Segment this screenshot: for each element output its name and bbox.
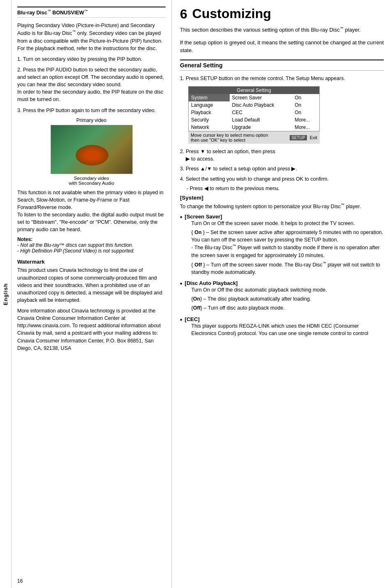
screen-saver-bullet: • [Screen Saver] Turn On or Off the scre… [180,214,384,278]
table-footer-controls: SETUP Exit [290,135,317,140]
right-column: 6 Customizing This section describes the… [172,0,392,588]
function-unavailable: This function is not available when the … [17,189,166,234]
table-row: System Screen Saver On [189,94,320,101]
watermark-text-1: This product uses Cinavia technology to … [17,266,166,304]
video-image [51,125,133,174]
chapter-intro-2: If the setup option is greyed out, it me… [180,39,384,55]
table-cell-on1: On [292,94,319,101]
disc-auto-on: {On} – The disc playback automatically a… [191,295,327,303]
cec-desc: This player supports REGZA-LINK which us… [191,322,384,337]
screen-saver-off: { Off } – Turn off the screen saver mode… [191,261,384,276]
chapter-intro-1: This section describes the various setti… [180,26,384,34]
step-1-text: 1. Press SETUP button on the remote cont… [180,76,345,81]
disc-auto-off: {Off} – Turn off disc auto playback mode… [191,304,327,312]
table-row: Playback CEC On [189,109,320,116]
left-column: Blu-ray Disc™ BONUSVIEW™ Playing Seconda… [12,0,172,588]
screen-saver-body: Turn On or Off the screen saver mode. It… [191,220,384,276]
bullet-dot-3: • [180,317,182,323]
sidebar: English [0,0,12,588]
bullet-dot-2: • [180,280,182,287]
watermark-text-2: More information about Cinavia technolog… [17,307,166,352]
table-cell-language: Language [189,101,230,109]
left-step3: 3. Press the PIP button again to turn of… [17,107,166,114]
general-setting-table-wrapper: General Setting System Screen Saver On L… [188,86,320,144]
cec-body: This player supports REGZA-LINK which us… [191,322,384,337]
notes-section: Notes: - Not all the Blu-ray™ discs can … [17,237,166,254]
table-cell-screensaver: Screen Saver [230,94,293,101]
cec-title: [CEC] [185,316,200,322]
step-2: 2. Press ▼ to select an option, then pre… [180,148,384,163]
chapter-header: 6 Customizing [180,7,384,23]
step-3: 3. Press ▲/▼ to select a setup option an… [180,165,384,172]
disc-auto-desc: Turn On or Off the disc automatic playba… [191,286,327,294]
table-row: Security Load Default More... [189,116,320,124]
cec-bullet: • [CEC] This player supports REGZA-LINK … [180,316,384,339]
disc-auto-title: [Disc Auto Playback] [185,280,238,286]
disc-auto-body: Turn On or Off the disc automatic playba… [191,286,327,312]
step-4-sub: - Press ◀ to return to the previous menu… [187,185,384,191]
general-setting-heading: General Setting [180,62,384,71]
bluray-disc-label: Blu-ray Disc™ BONUSVIEW™ [17,10,88,16]
screen-saver-on: { On } – Set the screen saver active aft… [191,229,384,259]
secondary-video-label: Secondary videowith Secondary Audio [17,176,166,186]
note-2: - High Definition PIP (Second Video) is … [17,248,135,254]
table-footer: Move cursor key to select menu optionthe… [188,131,320,144]
system-heading: [System] [180,195,384,201]
table-cell-more2: More... [292,124,319,131]
table-row: Language Disc Auto Playback On [189,101,320,109]
screen-saver-desc: Turn On or Off the screen saver mode. It… [191,220,384,227]
step-1: 1. Press SETUP button on the remote cont… [180,75,384,82]
screen-saver-content: [Screen Saver] Turn On or Off the screen… [185,214,384,278]
cec-content: [CEC] This player supports REGZA-LINK wh… [185,316,384,339]
table-cell-cec: CEC [230,109,293,116]
table-cell-system: System [189,94,230,101]
primary-video-label: Primary video [17,117,166,123]
table-cell-playback: Playback [189,109,230,116]
note-1: - Not all the Blu-ray™ discs can support… [17,242,133,248]
notes-title: Notes: [17,237,32,242]
step-4: 4. Select the setting you wish to change… [180,175,384,183]
table-footer-text: Move cursor key to select menu optionthe… [191,133,268,142]
table-cell-on3: On [292,109,319,116]
table-cell-loaddefault: Load Default [230,116,293,124]
left-step1: 1. Turn on secondary video by pressing t… [17,55,166,63]
general-setting-table: General Setting System Screen Saver On L… [188,86,320,131]
table-cell-more1: More... [292,116,319,124]
left-intro-p1: Playing Secondary Video (Picture-in-Pict… [17,22,166,52]
section-divider-1 [180,60,384,60]
disc-auto-bullet: • [Disc Auto Playback] Turn On or Off th… [180,280,384,313]
table-cell-discauto: Disc Auto Playback [230,101,293,109]
page-number: 16 [17,578,23,584]
sidebar-label: English [2,283,9,305]
table-title: General Setting [189,87,320,94]
bullet-dot-1: • [180,214,182,220]
left-step2: 2. Press the PIP AUDIO button to select … [17,66,166,103]
table-cell-security: Security [189,116,230,124]
system-intro: To change the following system option to… [180,202,384,210]
table-cell-on2: On [292,101,319,109]
screen-saver-title: [Screen Saver] [185,214,222,220]
watermark-heading: Watermark [17,259,166,265]
table-row: Network Upgrade More... [189,124,320,131]
chapter-title: Customizing [192,7,271,21]
table-cell-network: Network [189,124,230,131]
disc-auto-content: [Disc Auto Playback] Turn On or Off the … [185,280,327,313]
setup-badge: SETUP [290,135,307,140]
exit-label: Exit [310,135,317,140]
left-top-heading: Blu-ray Disc™ BONUSVIEW™ [17,7,166,18]
video-bird-graphic [51,125,132,174]
table-cell-upgrade: Upgrade [230,124,293,131]
chapter-number: 6 [180,7,187,22]
